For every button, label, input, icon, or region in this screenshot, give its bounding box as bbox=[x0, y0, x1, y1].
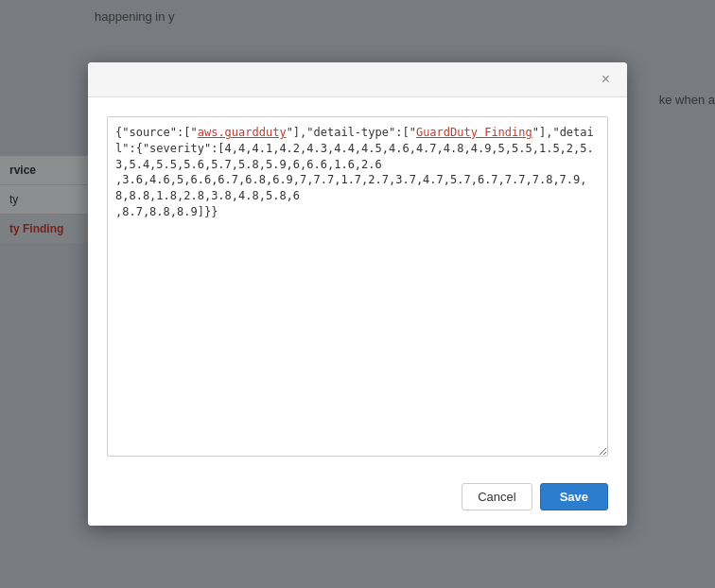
cancel-button[interactable]: Cancel bbox=[462, 483, 532, 510]
modal-header: × bbox=[88, 62, 627, 97]
modal-close-button[interactable]: × bbox=[596, 70, 616, 89]
save-button[interactable]: Save bbox=[540, 483, 608, 510]
modal-footer: Cancel Save bbox=[88, 472, 627, 526]
source-link: aws.guardduty bbox=[198, 126, 287, 139]
modal-textarea[interactable]: {"source":["aws.guardduty"],"detail-type… bbox=[107, 116, 608, 457]
modal-body: {"source":["aws.guardduty"],"detail-type… bbox=[88, 97, 627, 472]
modal-dialog: × {"source":["aws.guardduty"],"detail-ty… bbox=[88, 62, 627, 526]
detail-type-link: GuardDuty Finding bbox=[416, 126, 532, 139]
